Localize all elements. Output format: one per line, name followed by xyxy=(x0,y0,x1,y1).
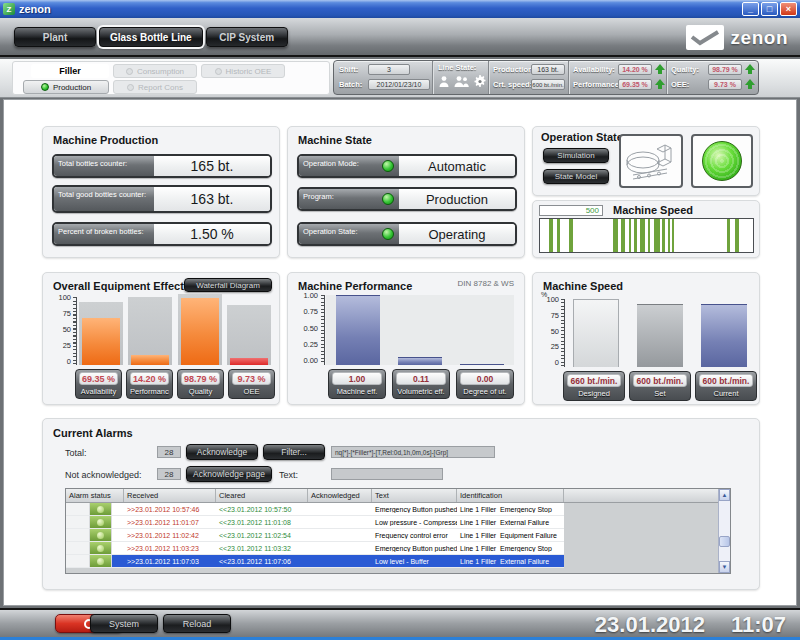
text-cell: Emergency Button pushed xyxy=(372,545,457,552)
col-identification[interactable]: Identification xyxy=(457,489,564,502)
col-received[interactable]: Received xyxy=(124,489,216,502)
speed-trend-value: 500 xyxy=(539,205,603,216)
bar-performance xyxy=(131,355,169,365)
minimize-button[interactable]: _ xyxy=(742,2,759,16)
received-cell: >>23.01.2012 11:01:07 xyxy=(124,519,216,526)
y-axis-labels: 10075 5025 0 xyxy=(539,295,559,367)
panel-title: Operation State xyxy=(541,131,623,143)
datetime: 23.01.2012 11:07 xyxy=(595,612,786,638)
total-value: 28 xyxy=(157,446,181,458)
alarm-status-icon xyxy=(90,529,112,541)
filter-value[interactable]: nq[*]-[*Filler*]-[T,Rel:0d,1h,0m,0s]-[Gr… xyxy=(331,446,495,458)
state-operation-state: Operation State: Operating xyxy=(297,222,517,246)
kpi-availability: 69.35 %Availability xyxy=(75,369,122,399)
identification-cell: Line 1 Filler_External Failure xyxy=(457,558,564,565)
counter-label: Total bottles counter: xyxy=(54,156,154,176)
tab-cip-system[interactable]: CIP System xyxy=(206,27,288,47)
state-value: Operating xyxy=(399,224,515,244)
system-button[interactable]: System xyxy=(90,614,158,633)
received-cell: >>23.01.2012 11:07:03 xyxy=(124,558,216,565)
oee-label: OEE: xyxy=(671,80,689,89)
green-status-dot xyxy=(41,83,49,91)
vertical-scrollbar[interactable]: ▲ ▼ xyxy=(718,489,730,573)
scroll-thumb[interactable] xyxy=(719,536,730,547)
bar-current xyxy=(701,304,747,367)
oee-kpi-row: 69.35 %Availability 14.20 %Performance 9… xyxy=(75,369,275,399)
performance-value: 69.35 % xyxy=(618,79,652,90)
status-production-speed: Production: 163 bt. Crt. speed: 600 bt./… xyxy=(489,61,569,94)
col-text[interactable]: Text xyxy=(372,489,457,502)
waterfall-diagram-button[interactable]: Waterfall Diagram xyxy=(184,278,272,292)
acknowledge-page-button[interactable]: Acknowledge page xyxy=(186,466,272,482)
operators-icon[interactable] xyxy=(454,75,469,88)
status-line-state: Line State: xyxy=(433,61,489,94)
trend-bar xyxy=(613,219,617,252)
text-input[interactable] xyxy=(331,468,443,480)
col-cleared[interactable]: Cleared xyxy=(216,489,308,502)
identification-cell: Line 1 Filler_Equipment Failure xyxy=(457,532,564,539)
bar-volumetric-eff xyxy=(398,357,442,365)
simulation-button[interactable]: Simulation xyxy=(543,148,609,163)
bar-oee xyxy=(230,358,268,365)
col-alarm-status[interactable]: Alarm status xyxy=(66,489,124,502)
batch-label: Batch: xyxy=(339,80,362,89)
alarm-row[interactable]: >>23.01.2012 10:57:46 <<23.01.2012 10:57… xyxy=(66,503,564,516)
footer: System Reload 23.01.2012 11:07 xyxy=(0,608,800,637)
state-label: Program: xyxy=(299,189,399,209)
production-label: Production: xyxy=(493,65,535,74)
kpi-current: 600 bt./min.Current xyxy=(695,371,757,401)
scroll-down-icon[interactable]: ▼ xyxy=(719,561,730,573)
trend-bar xyxy=(662,219,665,252)
row-margin xyxy=(66,555,90,567)
panel-title: Machine State xyxy=(298,134,372,146)
alarm-row[interactable]: >>23.01.2012 11:03:23 <<23.01.2012 11:03… xyxy=(66,542,564,555)
oee-chart xyxy=(79,297,271,365)
col-acknowledged[interactable]: Acknowledged xyxy=(308,489,372,502)
reload-button[interactable]: Reload xyxy=(163,614,231,633)
y-axis-ruler xyxy=(321,295,325,365)
trend-bar xyxy=(640,219,645,252)
restore-button[interactable]: □ xyxy=(761,2,778,16)
alarm-row[interactable]: >>23.01.2012 11:01:07 <<23.01.2012 11:01… xyxy=(66,516,564,529)
status-dot xyxy=(127,84,134,91)
tab-filler[interactable]: Filler xyxy=(31,64,109,78)
kpi-degree-of-ut: 0.00Degree of ut. xyxy=(456,369,514,399)
green-led-icon xyxy=(382,228,394,240)
acknowledge-button[interactable]: Acknowledge xyxy=(186,444,258,460)
crt-speed-value: 600 bt./min. xyxy=(531,79,565,90)
operator-icon[interactable] xyxy=(438,75,450,88)
alarm-row[interactable]: >>23.01.2012 11:02:42 <<23.01.2012 11:02… xyxy=(66,529,564,542)
batch-value: 2012/01/23/10 xyxy=(368,79,430,90)
state-label: Operation Mode: xyxy=(299,156,399,176)
tab-production[interactable]: Production xyxy=(23,80,109,94)
shift-value: 3 xyxy=(368,64,410,75)
gear-icon[interactable] xyxy=(473,74,487,88)
panel-title: Machine Speed xyxy=(543,280,623,292)
bar-availability xyxy=(82,318,120,365)
performance-kpi-row: 1.00Machine eff. 0.11Volumetric eff. 0.0… xyxy=(328,369,514,399)
tab-glass-bottle-line[interactable]: Glass Bottle Line xyxy=(99,27,203,47)
status-dot xyxy=(215,68,222,75)
tab-consumption[interactable]: Consumption xyxy=(113,64,197,78)
bar-degree-of-ut xyxy=(460,364,504,365)
text-cell: Low level - Buffer xyxy=(372,558,457,565)
text-label: Text: xyxy=(279,470,298,480)
tab-historic-oee[interactable]: Historic OEE xyxy=(201,64,285,78)
trend-bar xyxy=(634,219,636,252)
close-button[interactable]: × xyxy=(780,2,797,16)
machine-image[interactable] xyxy=(619,134,683,188)
oee-panel: Overall Equipment Effectiveness Waterfal… xyxy=(42,272,280,405)
row-margin xyxy=(66,529,90,541)
titlebar: Z zenon _ □ × xyxy=(0,0,800,18)
tab-consumption-label: Consumption xyxy=(137,67,184,76)
tab-report-cons[interactable]: Report Cons xyxy=(113,80,197,94)
tab-plant[interactable]: Plant xyxy=(14,27,96,47)
scroll-up-icon[interactable]: ▲ xyxy=(719,489,730,501)
counter-value: 163 bt. xyxy=(154,187,270,211)
kpi-oee: 9.73 %OEE xyxy=(228,369,275,399)
filter-button[interactable]: Filter... xyxy=(263,444,325,460)
production-value: 163 bt. xyxy=(531,64,565,75)
y-axis-ruler xyxy=(561,299,565,367)
alarm-row-selected[interactable]: >>23.01.2012 11:07:03 <<23.01.2012 11:07… xyxy=(66,555,564,568)
state-model-button[interactable]: State Model xyxy=(543,169,609,184)
